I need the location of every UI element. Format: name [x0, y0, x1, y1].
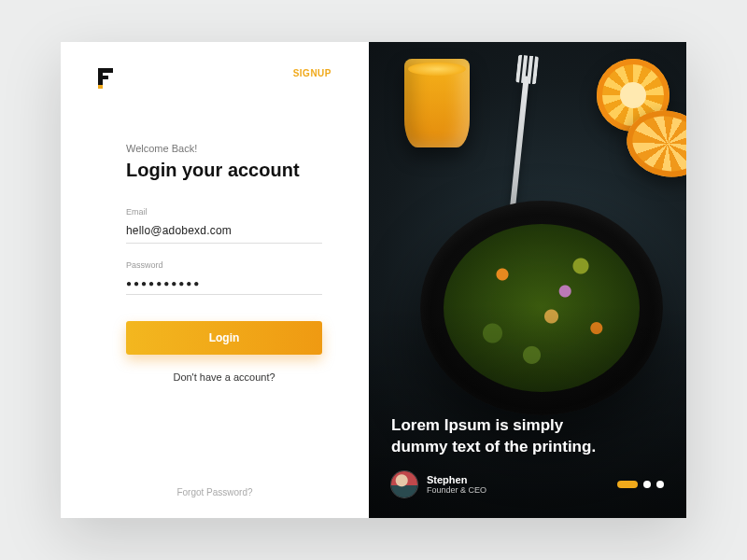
carousel-dot-3[interactable] — [656, 481, 664, 488]
password-label: Password — [126, 260, 322, 270]
login-button[interactable]: Login — [126, 321, 322, 355]
author-text: Stephen Founder & CEO — [427, 474, 486, 495]
password-field-group: Password — [126, 260, 322, 295]
email-input[interactable] — [126, 220, 322, 244]
brand-logo[interactable] — [98, 68, 113, 87]
login-form: Welcome Back! Login your account Email P… — [98, 143, 331, 383]
welcome-text: Welcome Back! — [126, 143, 322, 154]
hero-quote: Lorem Ipsum is simply dummy text of the … — [391, 415, 597, 458]
carousel-dots — [617, 481, 664, 488]
no-account-link[interactable]: Don't have a account? — [126, 371, 322, 383]
login-card: SIGNUP Welcome Back! Login your account … — [61, 42, 686, 518]
email-label: Email — [126, 207, 322, 217]
forgot-password-link[interactable]: Forgot Password? — [61, 487, 369, 497]
password-input[interactable] — [126, 274, 322, 295]
avatar — [391, 471, 417, 497]
author-name: Stephen — [427, 474, 486, 485]
hero-panel: Lorem Ipsum is simply dummy text of the … — [369, 42, 686, 518]
author: Stephen Founder & CEO — [391, 471, 486, 497]
page-title: Login your account — [126, 160, 322, 181]
form-panel: SIGNUP Welcome Back! Login your account … — [61, 42, 369, 518]
carousel-dot-1[interactable] — [617, 481, 638, 488]
header-row: SIGNUP — [98, 68, 331, 87]
signup-link[interactable]: SIGNUP — [293, 68, 331, 78]
author-role: Founder & CEO — [427, 485, 486, 495]
hero-overlay: Lorem Ipsum is simply dummy text of the … — [391, 415, 664, 497]
carousel-dot-2[interactable] — [643, 481, 651, 488]
email-field-group: Email — [126, 207, 322, 244]
author-row: Stephen Founder & CEO — [391, 471, 664, 497]
